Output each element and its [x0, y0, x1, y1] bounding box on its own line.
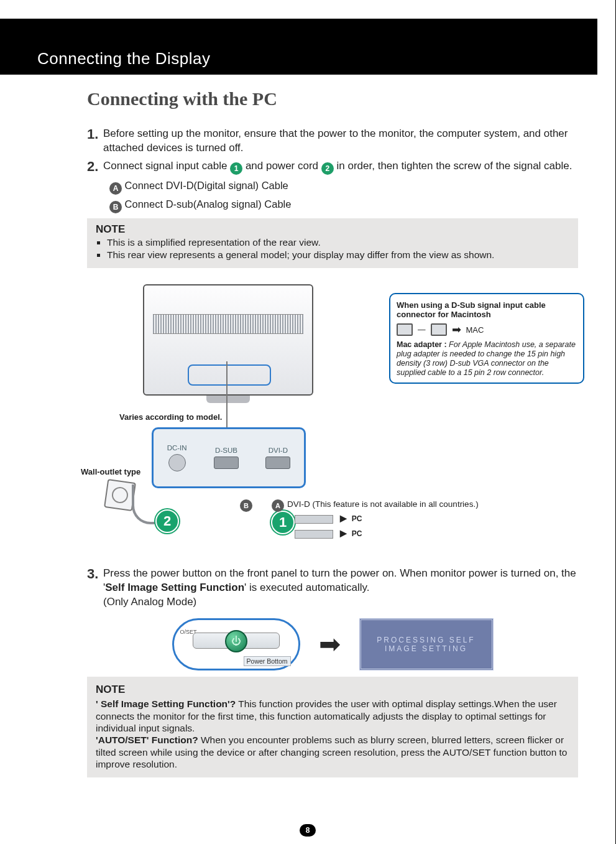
front-panel-oval: O/SET ⏻ Power Bottom — [172, 618, 300, 670]
header-bar: Connecting the Display — [0, 19, 597, 75]
port-dvid-label: DVI-D — [265, 447, 290, 454]
note2-title: NOTE — [96, 683, 569, 696]
step-3-text-b: ' is executed automatically. — [244, 582, 369, 593]
port-dc-in: DC-IN — [167, 444, 187, 471]
mac-desc-bold: Mac adapter : — [397, 340, 449, 349]
note2-q2-bold: 'AUTO/SET' Function? — [96, 735, 198, 745]
pc-label-1: PC — [352, 514, 362, 523]
inline-badge-2: 2 — [321, 162, 334, 175]
cable-connector-icon — [295, 530, 333, 539]
note2-q1-bold: ' Self Image Setting Function'? — [96, 698, 236, 709]
note-box-1: NOTE This is a simplified representation… — [87, 218, 578, 268]
header-title: Connecting the Display — [37, 49, 210, 68]
step-1-text: Before setting up the monitor, ensure th… — [103, 127, 578, 155]
monitor-port-outline — [188, 364, 271, 386]
step-3-text-c: (Only Analog Mode) — [103, 596, 196, 608]
step-1: 1. Before setting up the monitor, ensure… — [87, 127, 578, 155]
port-dsub-label: D-SUB — [214, 447, 239, 454]
arrow-right-small-icon: ▶ — [340, 528, 347, 538]
sub-b-text: Connect D-sub(Analog signal) Cable — [125, 198, 292, 210]
arrow-right-small-icon: ▶ — [340, 513, 347, 523]
mac-callout-box: When using a D-Sub signal input cable co… — [389, 293, 584, 384]
dc-jack-icon — [168, 454, 186, 471]
page-number: 8 — [300, 824, 316, 837]
note-box-2: NOTE ' Self Image Setting Function'? Thi… — [87, 677, 578, 778]
arrow-right-icon: ➡ — [452, 323, 461, 336]
step3-illustration: O/SET ⏻ Power Bottom ➡ PROCESSING SELF I… — [87, 618, 578, 670]
step-2-text-b: and power cord — [246, 160, 321, 172]
mac-adapter-icon — [431, 323, 447, 336]
step-3-bold: Self Image Setting Function — [105, 582, 244, 593]
inline-badge-1: 1 — [230, 162, 242, 175]
step-3-number: 3. — [87, 565, 98, 583]
section-title: Connecting with the PC — [87, 88, 578, 109]
diagram-badge-2: 2 — [155, 509, 179, 533]
port-panel: DC-IN D-SUB DVI-D — [152, 427, 306, 488]
varies-label: Varies according to model. — [119, 412, 222, 422]
step-1-number: 1. — [87, 125, 98, 144]
dsub-connector-icon — [397, 323, 413, 336]
connection-diagram: Varies according to model. When using a … — [87, 281, 578, 567]
step-2-text-c: in order, then tighten the screw of the … — [337, 160, 572, 172]
sub-a-text: Connect DVI-D(Digital signal) Cable — [125, 180, 288, 191]
mac-label: MAC — [466, 325, 484, 335]
monitor-vent — [153, 314, 303, 334]
port-dc-label: DC-IN — [167, 444, 187, 452]
step-2-number: 2. — [87, 157, 98, 176]
step-3: 3. Press the power button on the front p… — [87, 567, 578, 610]
note1-title: NOTE — [96, 223, 569, 236]
dash-icon: — — [418, 325, 426, 334]
arrow-right-large-icon: ➡ — [319, 629, 341, 659]
dvid-jack-icon — [265, 457, 290, 469]
lead-line — [226, 361, 228, 429]
mac-callout-title: When using a D-Sub signal input cable co… — [397, 300, 577, 319]
osd-message-box: PROCESSING SELF IMAGE SETTING — [359, 618, 494, 670]
diagram-badge-1: 1 — [271, 511, 295, 534]
osd-line1: PROCESSING SELF — [377, 636, 475, 644]
note1-item-0: This is a simplified representation of t… — [107, 237, 569, 248]
dsub-jack-icon — [214, 457, 239, 469]
dvi-availability-note: DVI-D (This feature is not available in … — [287, 499, 479, 509]
wall-outlet-label: Wall-outlet type — [81, 467, 140, 476]
sub-badge-a: A — [109, 182, 122, 195]
pc-label-2: PC — [352, 529, 362, 538]
note1-item-1: This rear view represents a general mode… — [107, 249, 569, 261]
diagram-badge-b: B — [240, 499, 252, 512]
power-button-icon: ⏻ — [225, 630, 247, 652]
step-2: 2. Connect signal input cable 1 and powe… — [87, 159, 578, 213]
diagram-badge-a: A — [272, 499, 284, 512]
power-button-label: Power Bottom — [244, 656, 291, 666]
cable-connector-icon — [295, 515, 333, 524]
port-dsub: D-SUB — [214, 447, 239, 469]
osd-line2: IMAGE SETTING — [385, 644, 467, 653]
sub-badge-b: B — [109, 201, 122, 213]
port-dvid: DVI-D — [265, 447, 290, 469]
step-2-text-a: Connect signal input cable — [103, 160, 230, 172]
monitor-rear-view — [143, 284, 313, 396]
